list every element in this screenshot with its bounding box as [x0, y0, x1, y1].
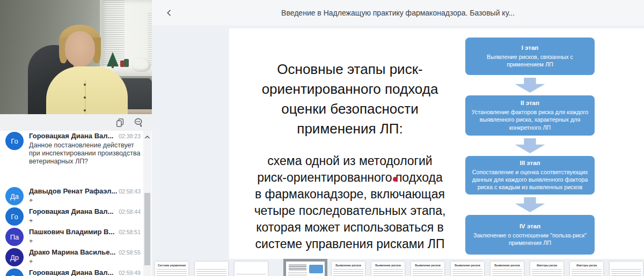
chat-message[interactable]: Др Драко Марина Василье... 02:58:55 +: [0, 248, 143, 266]
thumbnail-slide-6[interactable]: Выявление рисков: [371, 262, 405, 276]
thumbnail-title: Система управления рисками: [157, 264, 187, 267]
thumbnail-text-lines: [333, 269, 363, 276]
stage-label: I этап: [522, 44, 539, 51]
slide-stage: Основные этапы риск- ориентированного по…: [152, 25, 644, 276]
sender-name: Горовацкая Диана Вал...: [29, 207, 113, 215]
slide-heading: Основные этапы риск- ориентированного по…: [232, 59, 467, 139]
thumbnail-text-lines: [492, 269, 522, 276]
thumbnail-title: [611, 264, 641, 267]
thumbnail-text-lines: [288, 272, 307, 276]
thumbnail-text-lines: [288, 264, 308, 276]
slide-text-column: Основные этапы риск- ориентированного по…: [232, 28, 467, 252]
thumbnail-slide-9[interactable]: Выявление рисков: [491, 262, 524, 276]
thumbnail-slide-3[interactable]: [235, 262, 268, 276]
timestamp: 02:58:44: [119, 208, 143, 215]
thumbnail-title: Факторы риска: [532, 264, 562, 267]
presenter-face: [65, 31, 95, 66]
scrollbar-thumb[interactable]: [144, 193, 150, 265]
message-text: Данное постановление действует при инспе…: [29, 141, 143, 166]
thumbnail-slide-1[interactable]: Система управления рисками: [155, 262, 188, 276]
stage-label: IV этап: [519, 223, 540, 229]
thumbnail-title: Выявление рисков: [413, 264, 443, 267]
thumbnail-title: Выявление рисков: [333, 264, 363, 267]
presentation-area: Введение в Надлежащую практику фармакона…: [152, 0, 644, 276]
presentation-header: Введение в Надлежащую практику фармакона…: [152, 0, 644, 25]
thumbnail-title: Выявление рисков: [492, 264, 522, 267]
timestamp: 02:58:43: [119, 188, 143, 195]
thumbnail-flow-boxes: [309, 264, 323, 276]
sender-name: Горовацкая Диана Вал...: [29, 268, 113, 276]
chat-messages: Го Горовацкая Диана Вал... 02:38:23 Данн…: [0, 132, 143, 276]
cardigan-button: [84, 84, 86, 86]
thumbnail-slide-2[interactable]: [195, 262, 228, 276]
stage-label: III этап: [520, 160, 540, 166]
sender-name: Драко Марина Василье...: [29, 248, 115, 256]
stage-text: Сопоставление и оценка соответствующих д…: [471, 168, 589, 191]
webcam-video[interactable]: [0, 0, 152, 114]
thumbnail-text-lines: [532, 269, 562, 276]
flow-box-stage-2: II этап Установление факторов риска для …: [465, 95, 595, 136]
chat-message[interactable]: Го Горовацкая Диана Вал... 02:38:23 Данн…: [0, 132, 143, 166]
laser-pointer-dot: [393, 177, 398, 182]
arrow-down-icon: [515, 197, 545, 212]
webinar-app: Го Горовацкая Диана Вал... 02:38:23 Данн…: [0, 0, 644, 276]
presentation-slide[interactable]: Основные этапы риск- ориентированного по…: [229, 28, 644, 259]
white-bag: [132, 57, 151, 72]
avatar: Го: [5, 207, 24, 226]
flow-box-stage-4: IV этап Заключение о соотношении "польза…: [465, 215, 595, 255]
thumbnail-slide-5[interactable]: Выявление рисков: [332, 262, 365, 276]
timestamp: 02:38:23: [119, 133, 143, 139]
thumbnail-slide-11[interactable]: Факторы риска: [570, 262, 603, 276]
chat-message[interactable]: Го Горовацкая Диана Вал... 02:59:49 можн…: [0, 268, 143, 276]
stage-text: Установление факторов риска для каждого …: [471, 108, 589, 131]
chat-share-icon[interactable]: [133, 117, 144, 129]
slide-thumbnails: Система управления рисками: [155, 262, 643, 276]
thumbnail-title-lines: [289, 265, 306, 270]
tree-trunk: [112, 65, 114, 68]
chat-message[interactable]: Па Пашкович Владимир В... 02:58:51 +: [0, 228, 143, 246]
timestamp: 02:59:49: [119, 270, 143, 276]
back-icon[interactable]: [164, 7, 175, 19]
message-text: +: [29, 217, 143, 225]
presenter-body: [46, 66, 128, 114]
thumbnail-title: [236, 264, 266, 267]
flowchart: I этап Выявление рисков, связанных с при…: [465, 38, 595, 255]
thumbnail-slide-12[interactable]: [610, 262, 643, 276]
thumbnail-title: Выявление рисков: [452, 264, 482, 267]
thumbnail-title: Факторы риска: [572, 264, 602, 267]
chat-message[interactable]: Го Горовацкая Диана Вал... 02:58:44 +: [0, 207, 143, 226]
thumbnail-title: [196, 264, 226, 267]
video-chat-panel: Го Горовацкая Диана Вал... 02:38:23 Данн…: [0, 0, 152, 276]
chat-toolbar: [0, 114, 152, 131]
message-text: +: [29, 197, 143, 205]
message-text: +: [29, 237, 143, 245]
thumbnail-slide-4-selected[interactable]: [283, 259, 327, 276]
thumbnail-slide-8[interactable]: Выявление рисков: [451, 262, 484, 276]
scroll-up-icon[interactable]: [143, 133, 151, 141]
cardigan-button: [84, 96, 86, 99]
current-slide-thumbnail: [286, 262, 325, 276]
chat-panel: Го Горовацкая Диана Вал... 02:38:23 Данн…: [0, 131, 152, 276]
thumbnail-slide-7[interactable]: Выявление рисков: [411, 262, 444, 276]
thumbnail-text-lines: [157, 269, 187, 276]
chat-scrollbar[interactable]: [143, 131, 151, 276]
cardigan-button: [84, 109, 86, 111]
timestamp: 02:58:51: [119, 229, 143, 235]
avatar: Др: [5, 248, 24, 266]
thumbnail-text-lines: [373, 269, 403, 276]
timestamp: 02:58:55: [119, 249, 143, 256]
thumbnail-flow-box: [309, 265, 323, 273]
thumbnail-text-lines: [611, 269, 641, 276]
thumbnail-text-lines: [572, 269, 602, 276]
avatar: Го: [5, 268, 24, 276]
thumbnail-text-lines: [196, 269, 226, 276]
chat-message[interactable]: Да Давыдов Ренат Рафаэл... 02:58:43 +: [0, 187, 143, 205]
message-text: +: [29, 258, 143, 266]
stage-text: Выявление рисков, связанных с применение…: [471, 53, 589, 69]
thumbnail-slide-10[interactable]: Факторы риска: [530, 262, 564, 276]
arrow-down-icon: [515, 138, 545, 153]
thumbnail-text-lines: [413, 269, 443, 276]
stage-label: II этап: [521, 100, 539, 106]
copy-icon[interactable]: [114, 117, 126, 129]
flow-box-stage-1: I этап Выявление рисков, связанных с при…: [465, 38, 595, 75]
